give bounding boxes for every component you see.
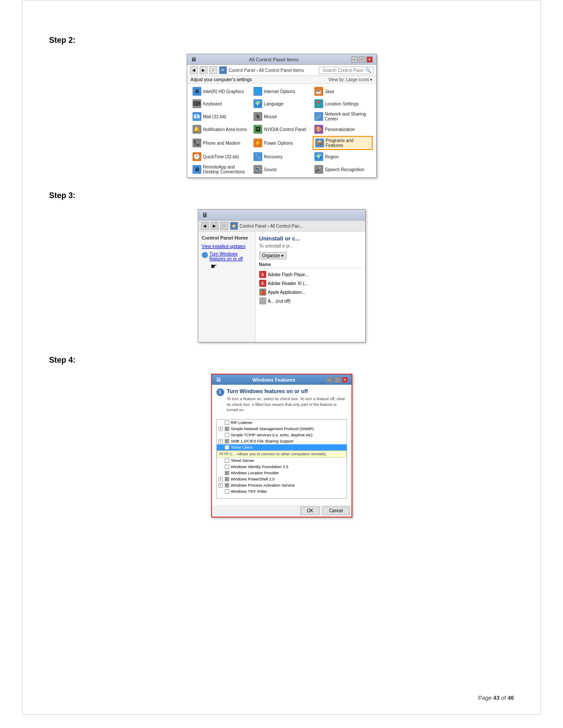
list-item-telnet-server: Telnet Server	[217, 458, 347, 464]
cp-item-nvidia[interactable]: 🖼 NVIDIA Control Panel	[252, 124, 312, 135]
cp-item-power-label: Power Options	[264, 141, 293, 146]
s3-address: Control Panel › All Control Pan...	[240, 224, 303, 229]
cp-item-personalization[interactable]: 🎨 Personalization	[313, 124, 373, 135]
up-button[interactable]: ↑	[209, 66, 217, 74]
win-process-checkbox[interactable]: ▪	[225, 483, 229, 488]
s4-close-button[interactable]: ✕	[342, 377, 348, 383]
step4-screenshot: 🖥 Windows Features ─ □ ✕ i Turn Windows …	[49, 374, 514, 518]
cp-item-sound[interactable]: 🔊 Sound	[252, 163, 312, 176]
maximize-button[interactable]: □	[359, 56, 365, 63]
cp-item-location[interactable]: 📍 Location Settings	[313, 98, 373, 109]
step3-label: Step 3:	[49, 191, 514, 200]
page-of: of	[499, 694, 507, 701]
step4-label: Step 4:	[49, 356, 514, 365]
keyboard-icon: ⌨	[193, 99, 201, 108]
s3-back-button[interactable]: ◀	[201, 222, 209, 230]
notification-icon: 🔔	[193, 125, 201, 134]
telnet-client-checkbox[interactable]: ✔	[225, 445, 229, 450]
turn-windows-label: Turn Windows features on or off	[210, 251, 252, 261]
s4-maximize-button[interactable]: □	[334, 377, 340, 383]
cp-item-notification-label: Notification Area Icons	[203, 127, 247, 132]
view-by[interactable]: View by: Large icons ▾	[329, 77, 373, 82]
powershell-expand[interactable]: +	[219, 477, 223, 481]
cp-item-notification[interactable]: 🔔 Notification Area Icons	[191, 124, 251, 135]
cp-window-title: All Control Panel Items	[196, 57, 351, 62]
cp-item-speech[interactable]: 🎤 Speech Recognition	[313, 163, 373, 176]
s4-minimize-button[interactable]: ─	[327, 377, 333, 383]
cp-item-java[interactable]: ☕ Java	[313, 86, 373, 97]
search-input[interactable]	[321, 68, 365, 73]
cp-item-nvidia-label: NVIDIA Control Panel	[264, 127, 306, 132]
s3-window: 🖥 ◀ ▶ ↑ 🏠 Control Panel › All Control Pa…	[198, 209, 366, 342]
cp-item-internet[interactable]: 🌐 Internet Options	[252, 86, 312, 97]
list-item-adobe-flash: A Adobe Flash Playe...	[259, 270, 362, 279]
cp-item-mail[interactable]: 📧 Mail (32-bit)	[191, 110, 251, 123]
cp-item-remoteapp[interactable]: 🖥 RemoteApp and Desktop Connections	[191, 163, 251, 176]
list-item-win-powershell: + ▪ Windows PowerShell 2.0	[217, 476, 347, 482]
cp-item-phone[interactable]: 📞 Phone and Modem	[191, 136, 251, 150]
quicktime-icon: 🕐	[193, 152, 201, 161]
s3-forward-button[interactable]: ▶	[211, 222, 219, 230]
forward-button[interactable]: ▶	[200, 66, 208, 74]
s3-main-subtitle: To uninstall a pr...	[259, 244, 362, 248]
cp-item-java-label: Java	[325, 89, 334, 94]
win-identity-checkbox[interactable]	[225, 465, 229, 469]
s4-titlebar: 🖥 Windows Features ─ □ ✕	[212, 375, 351, 385]
cp-item-network[interactable]: 🔗 Network and Sharing Center	[313, 110, 373, 123]
win-tiff-checkbox[interactable]	[225, 489, 229, 494]
list-item-apple: 🍎 Apple Application...	[259, 288, 362, 296]
nvidia-icon: 🖼	[253, 125, 262, 134]
speech-icon: 🎤	[314, 165, 323, 174]
s3-up-button[interactable]: ↑	[220, 222, 228, 230]
adobe-reader-icon: A	[259, 280, 266, 287]
rip-checkbox[interactable]	[225, 420, 229, 425]
snmp-expand[interactable]: +	[219, 427, 223, 431]
cp-item-mouse[interactable]: 🖱 Mouse	[252, 110, 312, 123]
close-button[interactable]: ✕	[367, 56, 373, 63]
page-number: 43	[493, 694, 499, 701]
refresh-button[interactable]: ⟳	[219, 66, 227, 74]
turn-windows-features-link[interactable]: Turn Windows features on or off	[202, 251, 252, 261]
list-item-smb: + ▪ SMB 1.0/CIFS File Sharing Support	[217, 438, 347, 444]
power-icon: ⚡	[253, 139, 262, 147]
win-powershell-checkbox[interactable]: ▪	[225, 477, 229, 481]
cp-addressbar: ◀ ▶ ↑ ⟳ Control Panel › All Control Pane…	[187, 65, 376, 76]
win-location-label: Windows Location Provider	[231, 471, 279, 475]
cp-item-programs[interactable]: 📦 Programs and Features	[313, 136, 373, 150]
cp-item-recovery[interactable]: 🔧 Recovery	[252, 151, 312, 162]
organize-button[interactable]: Organize ▾	[259, 252, 287, 259]
cp-items-grid: 🖥 Intel(R) HD Graphics 🌐 Internet Option…	[187, 84, 376, 177]
smb-checkbox[interactable]: ▪	[225, 439, 229, 443]
process-expand[interactable]: +	[219, 483, 223, 488]
adobe-flash-label: Adobe Flash Playe...	[268, 272, 309, 277]
network-icon: 🔗	[314, 112, 323, 121]
telnet-server-label: Telnet Server	[231, 458, 254, 463]
mail-icon: 📧	[193, 112, 201, 121]
snmp-checkbox[interactable]: ▪	[225, 427, 229, 431]
tcpip-checkbox[interactable]	[225, 433, 229, 437]
s3-home-button[interactable]: 🏠	[230, 222, 238, 230]
s4-window-title: Windows Features	[221, 377, 327, 383]
cp-window: 🖥 All Control Panel Items ─ □ ✕ ◀ ▶ ↑ ⟳ …	[187, 54, 377, 178]
telnet-server-checkbox[interactable]	[225, 458, 229, 463]
step3-screenshot: 🖥 ◀ ▶ ↑ 🏠 Control Panel › All Control Pa…	[49, 209, 514, 342]
cp-item-intel[interactable]: 🖥 Intel(R) HD Graphics	[191, 86, 251, 97]
cp-item-language[interactable]: 🌍 Language	[252, 98, 312, 109]
win-location-checkbox[interactable]: ▪	[225, 471, 229, 475]
toolbar-left: Adjust your computer's settings	[191, 77, 252, 82]
cp-item-region[interactable]: 🌍 Region	[313, 151, 373, 162]
list-item-win-location: ▪ Windows Location Provider	[217, 470, 347, 476]
cp-item-quicktime[interactable]: 🕐 QuickTime (32-bit)	[191, 151, 251, 162]
cp-item-keyboard[interactable]: ⌨ Keyboard	[191, 98, 251, 109]
recovery-icon: 🔧	[253, 152, 262, 161]
page-container: Step 2: 🖥 All Control Panel Items ─ □ ✕ …	[22, 0, 541, 715]
minimize-button[interactable]: ─	[351, 56, 358, 63]
remoteapp-icon: 🖥	[193, 165, 201, 174]
ok-button[interactable]: OK	[300, 507, 320, 515]
s3-content: Control Panel Home View installed update…	[198, 232, 365, 342]
cp-item-power[interactable]: ⚡ Power Options	[252, 136, 312, 150]
view-installed-updates-link[interactable]: View installed updates	[202, 244, 252, 249]
back-button[interactable]: ◀	[190, 66, 198, 74]
smb-expand[interactable]: +	[219, 439, 223, 443]
cancel-button[interactable]: Cancel	[322, 507, 349, 515]
